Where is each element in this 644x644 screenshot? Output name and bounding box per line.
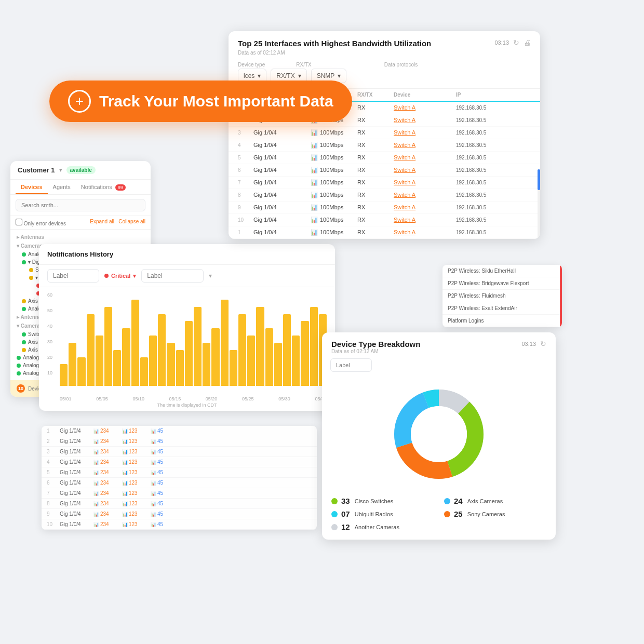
bar-icon: 📊 — [311, 167, 318, 173]
sidebar-tabs: Devices Agents Notifications 99 — [10, 180, 151, 195]
filter-protocol-label: Data protocols — [384, 62, 418, 68]
top-table-body: 1 Gig 1/0/4 📊100Mbps RX Switch A 192.168… — [229, 102, 540, 239]
v2-cell: 📊123 — [122, 428, 151, 434]
chart-bar — [149, 336, 157, 386]
device-cell[interactable]: Switch A — [394, 204, 456, 210]
bar-icon: 📊 — [311, 204, 318, 211]
dot-icon — [22, 299, 26, 303]
bandwidth-cell: 📊100Mbps — [311, 179, 357, 186]
table-row: 8 Gig 1/0/4 📊234 📊123 📊45 — [42, 499, 317, 509]
chart-bars — [60, 292, 327, 386]
device-cell[interactable]: Switch A — [394, 142, 456, 148]
chart-bar — [104, 307, 112, 386]
v3-cell: 📊45 — [151, 459, 179, 465]
chart-bar — [77, 357, 85, 386]
device-cell[interactable]: Switch A — [394, 154, 456, 160]
v3-cell: 📊45 — [151, 480, 179, 486]
chart-bar — [185, 321, 193, 386]
tab-agents[interactable]: Agents — [48, 180, 76, 194]
notif-label2-input[interactable] — [141, 269, 204, 283]
chart-bar — [69, 343, 76, 386]
expand-collapse-controls: Expand all Collapse all — [90, 219, 145, 226]
error-only-checkbox[interactable] — [16, 219, 22, 225]
bar-icon: 📊 — [311, 142, 318, 149]
filter-rxtx-label: RX/TX — [296, 62, 311, 68]
print-icon[interactable]: 🖨 — [524, 38, 531, 47]
notif-count-badge: 99 — [115, 184, 126, 191]
bottom-table-body: 1 Gig 1/0/4 📊234 📊123 📊45 2 Gig 1/0/4 📊2… — [42, 426, 317, 530]
row-num: 1 — [47, 428, 60, 434]
device-cell[interactable]: Switch A — [394, 129, 456, 136]
v3-cell: 📊45 — [151, 449, 179, 454]
chart-bar — [247, 336, 255, 386]
device-cell[interactable]: Switch A — [394, 229, 456, 235]
sidebar-search-area — [10, 195, 151, 216]
chevron-down-icon: ▾ — [338, 72, 341, 79]
hero-badge: + Track Your Most Important Data — [49, 81, 352, 122]
device-cell[interactable]: Switch A — [394, 117, 456, 123]
v3-cell: 📊45 — [151, 501, 179, 506]
device-cell[interactable]: Switch A — [394, 179, 456, 185]
ip-cell: 192.168.30.5 — [456, 217, 518, 223]
ip-cell: 192.168.30.5 — [456, 192, 518, 198]
chevron-down-icon[interactable]: ▾ — [59, 167, 62, 173]
v2-cell: 📊123 — [122, 469, 151, 475]
top-table-actions: 03:13 ↻ 🖨 — [494, 38, 531, 47]
breakdown-label-input[interactable] — [330, 358, 372, 372]
port-cell: Gig 1/0/4 — [60, 521, 93, 527]
v3-cell: 📊45 — [151, 511, 179, 517]
port-cell: Gig 1/0/4 — [60, 501, 93, 506]
ip-cell: 192.168.30.5 — [456, 117, 518, 123]
v1-cell: 📊234 — [93, 490, 122, 496]
dot-icon — [22, 307, 26, 311]
ip-cell: 192.168.30.5 — [456, 230, 518, 235]
notif-card-title: Notifications History — [39, 244, 335, 265]
refresh-icon[interactable]: ↻ — [540, 340, 546, 348]
scroll-thumb — [538, 169, 540, 190]
ip-cell: 192.168.30.5 — [456, 105, 518, 111]
table-row: 10 Gig 1/0/4 📊100Mbps RX Switch A 192.16… — [229, 214, 540, 226]
dot-icon — [17, 364, 21, 368]
top-table-time: 03:13 — [494, 39, 509, 46]
device-cell[interactable]: Switch A — [394, 104, 456, 111]
rxtx-cell: RX — [357, 229, 394, 235]
search-input[interactable] — [16, 199, 145, 211]
refresh-icon[interactable]: ↻ — [513, 38, 519, 47]
port-cell: Gig 1/0/4 — [60, 428, 93, 434]
v2-cell: 📊123 — [122, 490, 151, 496]
row-num: 4 — [47, 459, 60, 465]
row-num: 6 — [47, 480, 60, 486]
chart-x-labels: 05/01 05/05 05/10 05/15 05/20 05/25 05/3… — [60, 396, 327, 401]
chart-bar — [96, 336, 103, 386]
legend-dot-cisco — [331, 498, 338, 504]
port-cell: Gig 1/0/4 — [253, 179, 311, 185]
donut-chart — [387, 382, 491, 486]
error-only-label[interactable]: Only error devices — [16, 219, 66, 226]
v2-cell: 📊123 — [122, 459, 151, 465]
device-cell[interactable]: Switch A — [394, 217, 456, 223]
chart-bar — [194, 307, 202, 386]
chart-bar — [211, 328, 219, 386]
legend-dot-axis — [444, 498, 450, 504]
chevron-down-icon[interactable]: ▾ — [209, 272, 212, 279]
table-scrollbar[interactable] — [538, 169, 540, 239]
device-cell[interactable]: Switch A — [394, 167, 456, 173]
chevron-down-icon[interactable]: ▾ — [133, 273, 136, 279]
bar-icon: 📊 — [311, 192, 318, 198]
rxtx-cell: RX — [357, 167, 394, 173]
device-cell[interactable]: Switch A — [394, 192, 456, 198]
expand-all-btn[interactable]: Expand all — [90, 219, 114, 224]
collapse-all-btn[interactable]: Collapse all — [118, 219, 145, 224]
bar-icon: 📊 — [311, 179, 318, 186]
port-cell: Gig 1/0/4 — [253, 217, 311, 223]
v2-cell: 📊123 — [122, 480, 151, 486]
notif-label-input[interactable] — [47, 269, 99, 283]
row-num: 10 — [238, 217, 253, 223]
tab-notifications[interactable]: Notifications 99 — [76, 180, 131, 194]
tab-devices[interactable]: Devices — [16, 180, 48, 194]
dot-icon — [29, 276, 33, 280]
v1-cell: 📊234 — [93, 501, 122, 506]
chart-bar — [292, 336, 300, 386]
critical-label: Critical — [111, 273, 130, 279]
port-cell: Gig 1/0/4 — [60, 449, 93, 454]
